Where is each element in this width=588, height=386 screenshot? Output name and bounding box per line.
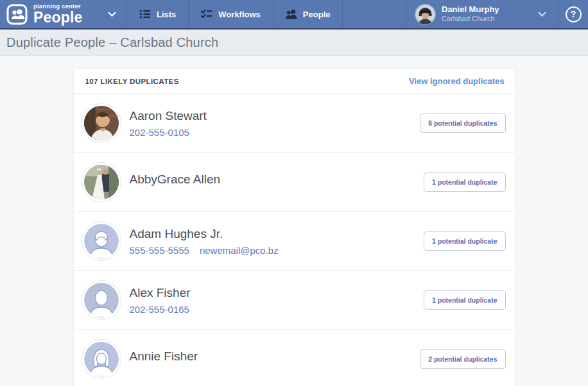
potential-duplicates-button[interactable]: 2 potential duplicates: [420, 349, 505, 369]
view-ignored-duplicates-link[interactable]: View ignored duplicates: [409, 76, 505, 86]
app-switcher-button[interactable]: planning center People: [0, 0, 126, 28]
phone-link[interactable]: 555-555-5555: [130, 246, 189, 255]
user-avatar: [415, 4, 435, 24]
planning-center-logo-icon: [6, 4, 28, 25]
generic-placeholder-avatar-icon: [82, 280, 121, 320]
person-name: AbbyGrace Allen: [130, 172, 424, 187]
main-content: 107 LIKELY DUPLICATES View ignored dupli…: [0, 56, 588, 386]
person-info: Alex Fisher 202-555-0165: [130, 286, 424, 314]
brand-product-label: People: [33, 10, 83, 25]
help-button[interactable]: ?: [558, 0, 588, 28]
nav-lists-label: Lists: [157, 10, 176, 19]
person-name: Aaron Stewart: [130, 109, 420, 123]
phone-link[interactable]: 202-555-0105: [130, 128, 189, 137]
potential-duplicates-button[interactable]: 1 potential duplicate: [424, 172, 506, 192]
duplicate-person-row[interactable]: AbbyGrace Allen 1 potential duplicate: [74, 153, 515, 212]
chevron-down-icon: [108, 12, 116, 17]
brand-suite-label: planning center: [33, 3, 83, 10]
person-contact: 202-555-0165: [130, 305, 424, 314]
account-name: Daniel Murphy: [442, 4, 499, 15]
person-photo-avatar: [82, 162, 121, 202]
phone-link[interactable]: 202-555-0165: [130, 305, 189, 314]
duplicate-person-row[interactable]: Aaron Stewart 202-555-0105 6 potential d…: [74, 94, 515, 153]
duplicate-person-row[interactable]: Adam Hughes Jr. 555-555-5555 newemail@pc…: [74, 212, 515, 271]
question-mark-icon: ?: [566, 6, 582, 22]
page-title: Duplicate People – Carlsbad Church: [6, 35, 218, 50]
person-name: Alex Fisher: [130, 286, 424, 300]
email-link[interactable]: newemail@pco.bz: [200, 246, 279, 255]
person-info: Adam Hughes Jr. 555-555-5555 newemail@pc…: [130, 227, 424, 255]
nav-workflows-label: Workflows: [218, 10, 261, 19]
person-info: Annie Fisher: [130, 349, 420, 368]
person-photo-avatar: [82, 103, 121, 143]
account-menu-button[interactable]: Daniel Murphy Carlsbad Church: [406, 0, 558, 28]
primary-nav: Lists Workflows People: [126, 0, 343, 28]
male-placeholder-avatar-icon: [82, 221, 121, 261]
person-name: Annie Fisher: [130, 349, 420, 364]
nav-people-label: People: [303, 10, 331, 19]
duplicate-person-row[interactable]: Alex Fisher 202-555-0165 1 potential dup…: [74, 271, 515, 330]
person-contact: 202-555-0105: [130, 128, 420, 137]
duplicates-count-label: 107 LIKELY DUPLICATES: [85, 78, 179, 85]
account-organization: Carlsbad Church: [442, 15, 499, 24]
person-info: AbbyGrace Allen: [130, 172, 424, 191]
workflow-icon: [201, 9, 212, 19]
chevron-down-icon: [538, 12, 546, 17]
topbar-spacer: [343, 0, 406, 28]
potential-duplicates-button[interactable]: 1 potential duplicate: [424, 231, 506, 251]
female-placeholder-avatar-icon: [82, 339, 121, 379]
list-icon: [139, 9, 151, 19]
page-title-bar: Duplicate People – Carlsbad Church: [0, 29, 588, 56]
person-contact: 555-555-5555 newemail@pco.bz: [130, 246, 424, 255]
people-icon: [286, 9, 297, 19]
potential-duplicates-button[interactable]: 1 potential duplicate: [424, 290, 506, 310]
nav-tab-people[interactable]: People: [273, 0, 343, 28]
duplicates-card: 107 LIKELY DUPLICATES View ignored dupli…: [74, 69, 515, 386]
potential-duplicates-button[interactable]: 6 potential duplicates: [420, 113, 505, 133]
duplicates-card-header: 107 LIKELY DUPLICATES View ignored dupli…: [74, 69, 515, 94]
person-info: Aaron Stewart 202-555-0105: [130, 109, 420, 137]
person-name: Adam Hughes Jr.: [130, 227, 424, 241]
nav-tab-lists[interactable]: Lists: [126, 0, 188, 28]
top-navigation-bar: planning center People Lists Workflows: [0, 0, 588, 29]
nav-tab-workflows[interactable]: Workflows: [188, 0, 273, 28]
duplicate-person-row[interactable]: Annie Fisher 2 potential duplicates: [74, 330, 515, 386]
